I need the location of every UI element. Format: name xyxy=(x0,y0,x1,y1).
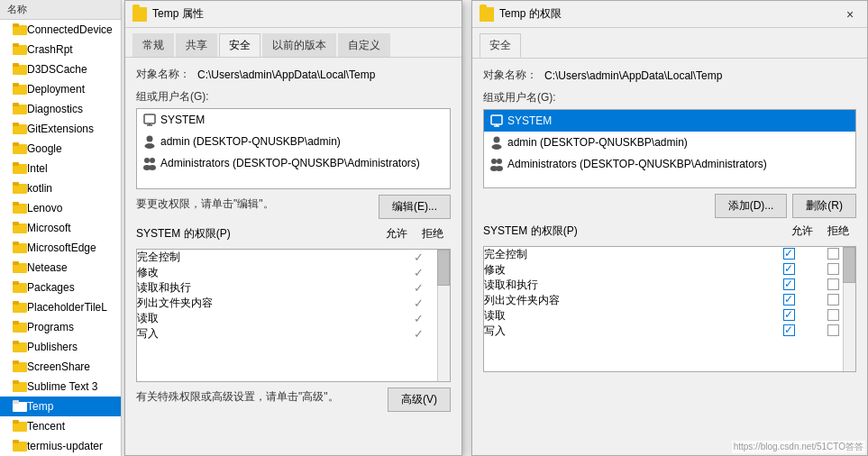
sidebar-item-kotlin[interactable]: kotlin xyxy=(0,178,121,198)
perm-user-item[interactable]: admin (DESKTOP-QNUSKBP\admin) xyxy=(484,132,855,153)
sidebar-item-diagnostics[interactable]: Diagnostics xyxy=(0,99,121,119)
sidebar-item-microsoft[interactable]: Microsoft xyxy=(0,218,121,238)
sidebar-item-label: Deployment xyxy=(27,83,85,96)
sidebar-item-crashrpt[interactable]: CrashRpt xyxy=(0,40,121,59)
props-user-item[interactable]: SYSTEM xyxy=(137,109,450,131)
permission-name: 读取和执行 xyxy=(484,278,768,293)
sidebar-item-programs[interactable]: Programs xyxy=(0,317,121,337)
folder-icon xyxy=(13,399,27,415)
security-tab[interactable]: 安全 xyxy=(480,33,521,58)
svg-point-59 xyxy=(492,144,502,150)
allow-col-header: 允许 xyxy=(379,226,415,242)
checkbox-deny-empty[interactable] xyxy=(827,278,839,290)
perm-users-list[interactable]: SYSTEMadmin (DESKTOP-QNUSKBP\admin)Admin… xyxy=(483,109,856,188)
sidebar-item-sublime-text-3[interactable]: Sublime Text 3 xyxy=(0,377,121,397)
svg-rect-21 xyxy=(13,222,19,225)
permission-allow[interactable] xyxy=(768,247,812,262)
checkbox-allow-checked[interactable] xyxy=(783,248,795,260)
sidebar-item-connecteddevice[interactable]: ConnectedDevice xyxy=(0,20,121,40)
perm-user-item[interactable]: Administrators (DESKTOP-QNUSKBP\Administ… xyxy=(484,153,855,175)
perm-permissions-table: 完全控制修改读取和执行列出文件夹内容读取写入 xyxy=(484,247,855,339)
sidebar-item-tencent[interactable]: Tencent xyxy=(0,416,121,436)
checkbox-deny-empty[interactable] xyxy=(827,263,839,275)
permission-allow[interactable] xyxy=(768,324,812,339)
checkbox-deny-empty[interactable] xyxy=(827,309,839,321)
checkbox-allow-checked[interactable] xyxy=(783,309,795,321)
folder-icon-2 xyxy=(480,7,494,22)
sidebar-item-intel[interactable]: Intel xyxy=(0,159,121,178)
sidebar-item-temp[interactable]: Temp xyxy=(0,397,121,416)
tab-常规[interactable]: 常规 xyxy=(132,33,174,57)
folder-icon xyxy=(13,280,27,296)
tab-以前的版本[interactable]: 以前的版本 xyxy=(262,33,336,57)
remove-button[interactable]: 删除(R) xyxy=(792,194,856,218)
tab-安全[interactable]: 安全 xyxy=(219,33,260,57)
svg-rect-9 xyxy=(13,103,19,106)
svg-rect-29 xyxy=(13,301,19,305)
sidebar-item-gitextensions[interactable]: GitExtensions xyxy=(0,119,121,139)
folder-icon xyxy=(13,260,27,276)
checkbox-allow-checked[interactable] xyxy=(783,278,795,290)
svg-point-50 xyxy=(145,143,155,149)
permissions-tab-bar: 安全 xyxy=(472,28,867,59)
tab-共享[interactable]: 共享 xyxy=(176,33,217,57)
sidebar-item-label: Tencent xyxy=(27,420,65,433)
sidebar-item-publishers[interactable]: Publishers xyxy=(0,337,121,357)
tab-自定义[interactable]: 自定义 xyxy=(338,33,390,57)
permission-allow[interactable] xyxy=(768,278,812,293)
perm-user-item[interactable]: SYSTEM xyxy=(484,110,855,132)
sidebar-item-microsoftedge[interactable]: MicrosoftEdge xyxy=(0,238,121,258)
checkbox-deny-empty[interactable] xyxy=(827,324,839,336)
props-users-list[interactable]: SYSTEMadmin (DESKTOP-QNUSKBP\admin)Admin… xyxy=(136,108,451,189)
sidebar-item-google[interactable]: Google xyxy=(0,139,121,159)
checkbox-allow-checked[interactable] xyxy=(783,324,795,336)
permission-allow[interactable] xyxy=(768,308,812,324)
table-row: 完全控制 xyxy=(484,247,855,262)
sidebar-item-netease[interactable]: Netease xyxy=(0,258,121,278)
perm-scrollbar[interactable] xyxy=(843,247,855,371)
sidebar-item-label: Programs xyxy=(27,321,74,333)
add-button[interactable]: 添加(D)... xyxy=(715,194,788,218)
user-name: SYSTEM xyxy=(160,114,205,126)
svg-rect-15 xyxy=(13,162,19,166)
svg-rect-43 xyxy=(13,440,19,443)
user-icon xyxy=(489,157,504,171)
permission-allow[interactable] xyxy=(768,293,812,308)
svg-rect-31 xyxy=(13,321,19,324)
sidebar-item-label: Sublime Text 3 xyxy=(27,380,98,393)
advanced-button[interactable]: 高级(V) xyxy=(388,388,451,412)
sidebar-item-label: ScreenShare xyxy=(27,360,90,373)
svg-point-61 xyxy=(497,159,502,164)
sidebar-item-termius-updater[interactable]: termius-updater xyxy=(0,436,121,456)
checkbox-allow-checked[interactable] xyxy=(783,294,795,306)
folder-icon xyxy=(13,419,27,434)
sidebar-item-packages[interactable]: Packages xyxy=(0,278,121,297)
checkbox-deny-empty[interactable] xyxy=(827,294,839,306)
props-permissions-table: 完全控制✓修改✓读取和执行✓列出文件夹内容✓读取✓写入✓ xyxy=(137,250,450,342)
svg-rect-46 xyxy=(144,114,155,123)
permission-allow[interactable] xyxy=(768,262,812,278)
table-row: 读取和执行 xyxy=(484,278,855,293)
checkbox-allow-checked[interactable] xyxy=(783,263,795,275)
svg-rect-33 xyxy=(13,341,19,344)
user-icon xyxy=(142,113,157,127)
checkbox-deny-empty[interactable] xyxy=(827,248,839,260)
props-user-item[interactable]: admin (DESKTOP-QNUSKBP\admin) xyxy=(137,131,450,152)
sidebar-item-screenshare[interactable]: ScreenShare xyxy=(0,357,121,377)
props-scrollbar-thumb[interactable] xyxy=(437,250,450,286)
svg-rect-25 xyxy=(13,261,19,265)
properties-dialog: Temp 属性 常规共享安全以前的版本自定义 对象名称： C:\Users\ad… xyxy=(124,0,462,456)
sidebar-item-label: GitExtensions xyxy=(27,123,94,135)
close-button[interactable]: × xyxy=(840,5,860,24)
permissions-content: 对象名称： C:\Users\admin\AppData\Local\Temp … xyxy=(472,59,867,381)
perm-scrollbar-thumb[interactable] xyxy=(843,247,855,283)
sidebar-item-placeholdertilel[interactable]: PlaceholderTileL xyxy=(0,297,121,317)
edit-button[interactable]: 编辑(E)... xyxy=(379,195,451,219)
sidebar-item-d3dscache[interactable]: D3DSCache xyxy=(0,59,121,79)
folder-icon xyxy=(13,23,27,38)
sidebar-item-deployment[interactable]: Deployment xyxy=(0,79,121,99)
sidebar-item-lenovo[interactable]: Lenovo xyxy=(0,198,121,218)
user-icon xyxy=(489,114,504,128)
props-scrollbar[interactable] xyxy=(437,250,450,381)
props-user-item[interactable]: Administrators (DESKTOP-QNUSKBP\Administ… xyxy=(137,152,450,174)
